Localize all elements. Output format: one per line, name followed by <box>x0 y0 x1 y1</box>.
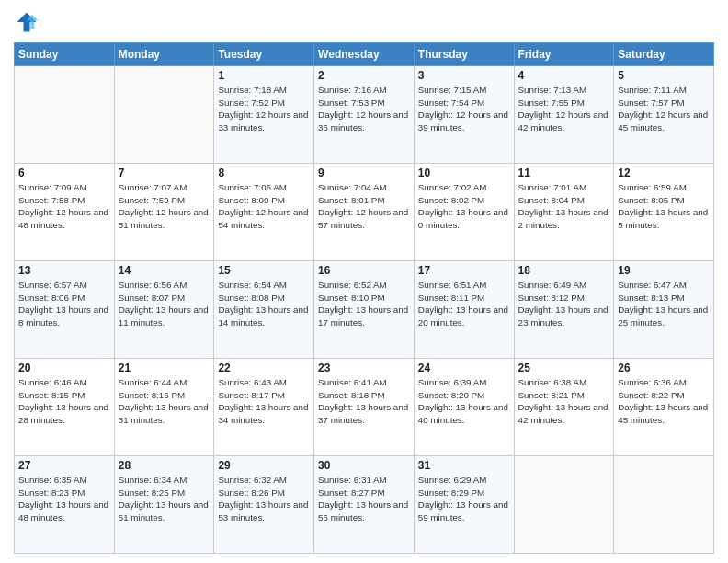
day-number: 1 <box>218 69 310 82</box>
day-info: Sunrise: 6:43 AMSunset: 8:17 PMDaylight:… <box>218 376 310 427</box>
day-info: Sunrise: 7:16 AMSunset: 7:53 PMDaylight:… <box>318 84 410 134</box>
calendar-cell: 26Sunrise: 6:36 AMSunset: 8:22 PMDayligh… <box>614 359 714 456</box>
calendar-cell: 28Sunrise: 6:34 AMSunset: 8:25 PMDayligh… <box>114 456 214 554</box>
day-info: Sunrise: 7:01 AMSunset: 8:04 PMDaylight:… <box>518 181 610 232</box>
day-info: Sunrise: 7:18 AMSunset: 7:52 PMDaylight:… <box>218 84 310 134</box>
day-number: 10 <box>418 167 510 179</box>
day-info: Sunrise: 6:51 AMSunset: 8:11 PMDaylight:… <box>418 279 510 329</box>
day-info: Sunrise: 6:52 AMSunset: 8:10 PMDaylight:… <box>318 279 410 329</box>
day-number: 28 <box>119 459 210 472</box>
calendar-cell: 1Sunrise: 7:18 AMSunset: 7:52 PMDaylight… <box>214 66 314 164</box>
calendar-cell: 30Sunrise: 6:31 AMSunset: 8:27 PMDayligh… <box>314 456 415 554</box>
calendar-table: SundayMondayTuesdayWednesdayThursdayFrid… <box>14 42 714 554</box>
day-info: Sunrise: 7:07 AMSunset: 7:59 PMDaylight:… <box>119 181 210 232</box>
calendar-cell: 25Sunrise: 6:38 AMSunset: 8:21 PMDayligh… <box>514 359 614 456</box>
day-info: Sunrise: 7:06 AMSunset: 8:00 PMDaylight:… <box>218 181 310 232</box>
weekday-header-sunday: Sunday <box>15 43 115 66</box>
day-number: 20 <box>18 362 110 374</box>
calendar-cell <box>514 456 614 554</box>
calendar-cell: 9Sunrise: 7:04 AMSunset: 8:01 PMDaylight… <box>314 164 415 261</box>
weekday-header-thursday: Thursday <box>414 43 514 66</box>
day-info: Sunrise: 6:46 AMSunset: 8:15 PMDaylight:… <box>18 376 110 427</box>
calendar-cell: 17Sunrise: 6:51 AMSunset: 8:11 PMDayligh… <box>414 261 514 359</box>
calendar-cell: 22Sunrise: 6:43 AMSunset: 8:17 PMDayligh… <box>214 359 314 456</box>
weekday-header-tuesday: Tuesday <box>214 43 314 66</box>
day-number: 16 <box>318 264 410 277</box>
calendar-header: SundayMondayTuesdayWednesdayThursdayFrid… <box>15 43 714 66</box>
day-number: 19 <box>618 264 710 277</box>
calendar-cell: 27Sunrise: 6:35 AMSunset: 8:23 PMDayligh… <box>15 456 115 554</box>
calendar-week-2: 13Sunrise: 6:57 AMSunset: 8:06 PMDayligh… <box>15 261 714 359</box>
calendar-cell: 29Sunrise: 6:32 AMSunset: 8:26 PMDayligh… <box>214 456 314 554</box>
day-info: Sunrise: 6:31 AMSunset: 8:27 PMDaylight:… <box>318 474 410 524</box>
calendar-cell <box>614 456 714 554</box>
day-number: 11 <box>518 167 610 179</box>
day-number: 31 <box>418 459 510 472</box>
day-number: 26 <box>618 362 710 374</box>
calendar-week-0: 1Sunrise: 7:18 AMSunset: 7:52 PMDaylight… <box>15 66 714 164</box>
day-info: Sunrise: 6:38 AMSunset: 8:21 PMDaylight:… <box>518 376 610 427</box>
page: SundayMondayTuesdayWednesdayThursdayFrid… <box>0 0 728 563</box>
calendar-cell <box>114 66 214 164</box>
day-number: 14 <box>119 264 210 277</box>
day-info: Sunrise: 7:13 AMSunset: 7:55 PMDaylight:… <box>518 84 610 134</box>
day-number: 27 <box>18 459 110 472</box>
day-number: 24 <box>418 362 510 374</box>
calendar-week-1: 6Sunrise: 7:09 AMSunset: 7:58 PMDaylight… <box>15 164 714 261</box>
calendar-week-4: 27Sunrise: 6:35 AMSunset: 8:23 PMDayligh… <box>15 456 714 554</box>
day-info: Sunrise: 6:39 AMSunset: 8:20 PMDaylight:… <box>418 376 510 427</box>
day-number: 5 <box>618 69 710 82</box>
calendar-cell: 31Sunrise: 6:29 AMSunset: 8:29 PMDayligh… <box>414 456 514 554</box>
day-number: 7 <box>119 167 210 179</box>
day-number: 4 <box>518 69 610 82</box>
weekday-header-monday: Monday <box>114 43 214 66</box>
calendar-cell <box>15 66 115 164</box>
calendar-cell: 24Sunrise: 6:39 AMSunset: 8:20 PMDayligh… <box>414 359 514 456</box>
calendar-cell: 2Sunrise: 7:16 AMSunset: 7:53 PMDaylight… <box>314 66 415 164</box>
calendar-cell: 8Sunrise: 7:06 AMSunset: 8:00 PMDaylight… <box>214 164 314 261</box>
day-number: 17 <box>418 264 510 277</box>
calendar-cell: 23Sunrise: 6:41 AMSunset: 8:18 PMDayligh… <box>314 359 415 456</box>
day-number: 12 <box>618 167 710 179</box>
day-info: Sunrise: 6:47 AMSunset: 8:13 PMDaylight:… <box>618 279 710 329</box>
day-number: 6 <box>18 167 110 179</box>
calendar-cell: 6Sunrise: 7:09 AMSunset: 7:58 PMDaylight… <box>15 164 115 261</box>
calendar-cell: 13Sunrise: 6:57 AMSunset: 8:06 PMDayligh… <box>15 261 115 359</box>
calendar-cell: 5Sunrise: 7:11 AMSunset: 7:57 PMDaylight… <box>614 66 714 164</box>
day-info: Sunrise: 6:56 AMSunset: 8:07 PMDaylight:… <box>119 279 210 329</box>
day-info: Sunrise: 6:29 AMSunset: 8:29 PMDaylight:… <box>418 474 510 524</box>
day-info: Sunrise: 6:54 AMSunset: 8:08 PMDaylight:… <box>218 279 310 329</box>
day-number: 15 <box>218 264 310 277</box>
calendar-body: 1Sunrise: 7:18 AMSunset: 7:52 PMDaylight… <box>15 66 714 554</box>
day-info: Sunrise: 6:36 AMSunset: 8:22 PMDaylight:… <box>618 376 710 427</box>
day-info: Sunrise: 6:57 AMSunset: 8:06 PMDaylight:… <box>18 279 110 329</box>
weekday-header-friday: Friday <box>514 43 614 66</box>
calendar-cell: 3Sunrise: 7:15 AMSunset: 7:54 PMDaylight… <box>414 66 514 164</box>
calendar-week-3: 20Sunrise: 6:46 AMSunset: 8:15 PMDayligh… <box>15 359 714 456</box>
day-number: 23 <box>318 362 410 374</box>
calendar-cell: 18Sunrise: 6:49 AMSunset: 8:12 PMDayligh… <box>514 261 614 359</box>
weekday-header-saturday: Saturday <box>614 43 714 66</box>
day-info: Sunrise: 6:32 AMSunset: 8:26 PMDaylight:… <box>218 474 310 524</box>
weekday-header-row: SundayMondayTuesdayWednesdayThursdayFrid… <box>15 43 714 66</box>
calendar-cell: 10Sunrise: 7:02 AMSunset: 8:02 PMDayligh… <box>414 164 514 261</box>
day-number: 8 <box>218 167 310 179</box>
day-number: 21 <box>119 362 210 374</box>
calendar-cell: 20Sunrise: 6:46 AMSunset: 8:15 PMDayligh… <box>15 359 115 456</box>
day-info: Sunrise: 7:02 AMSunset: 8:02 PMDaylight:… <box>418 181 510 232</box>
day-number: 13 <box>18 264 110 277</box>
calendar-cell: 11Sunrise: 7:01 AMSunset: 8:04 PMDayligh… <box>514 164 614 261</box>
day-number: 9 <box>318 167 410 179</box>
day-info: Sunrise: 7:09 AMSunset: 7:58 PMDaylight:… <box>18 181 110 232</box>
day-info: Sunrise: 6:44 AMSunset: 8:16 PMDaylight:… <box>119 376 210 427</box>
calendar-cell: 4Sunrise: 7:13 AMSunset: 7:55 PMDaylight… <box>514 66 614 164</box>
day-info: Sunrise: 7:04 AMSunset: 8:01 PMDaylight:… <box>318 181 410 232</box>
day-number: 22 <box>218 362 310 374</box>
calendar-cell: 15Sunrise: 6:54 AMSunset: 8:08 PMDayligh… <box>214 261 314 359</box>
day-info: Sunrise: 6:41 AMSunset: 8:18 PMDaylight:… <box>318 376 410 427</box>
day-info: Sunrise: 6:49 AMSunset: 8:12 PMDaylight:… <box>518 279 610 329</box>
day-number: 25 <box>518 362 610 374</box>
day-info: Sunrise: 6:59 AMSunset: 8:05 PMDaylight:… <box>618 181 710 232</box>
calendar-cell: 19Sunrise: 6:47 AMSunset: 8:13 PMDayligh… <box>614 261 714 359</box>
calendar-cell: 16Sunrise: 6:52 AMSunset: 8:10 PMDayligh… <box>314 261 415 359</box>
